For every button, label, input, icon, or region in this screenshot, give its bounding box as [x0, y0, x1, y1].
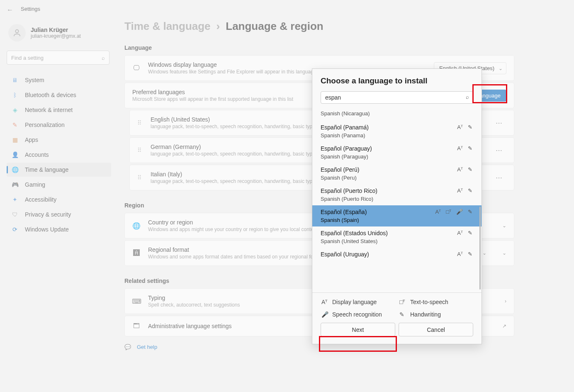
- drag-handle-icon[interactable]: ⠿: [137, 119, 143, 126]
- search-placeholder: Find a setting: [11, 55, 44, 61]
- legend-speech: 🎤Speech recognition: [321, 311, 394, 318]
- lang-feature-icon: □ᵀ: [446, 209, 451, 215]
- nav-icon: ◈: [12, 107, 18, 113]
- nav-label: Privacy & security: [25, 211, 71, 218]
- lang-feature-icon: ✎: [468, 187, 472, 194]
- language-option[interactable]: Spanish (Nicaragua): [312, 107, 482, 121]
- sidebar-item-accessibility[interactable]: ✦Accessibility: [7, 192, 111, 207]
- nav-icon: ✎: [12, 122, 18, 128]
- lang-feature-icon: ✎: [468, 124, 472, 130]
- language-option[interactable]: Español (Paraguay) Spanish (Paraguay) Aᵀ…: [312, 142, 482, 163]
- nav-label: System: [25, 77, 44, 83]
- lang-secondary: Spanish (Peru): [321, 175, 473, 181]
- language-list[interactable]: Spanish (Nicaragua) Español (Panamá) Spa…: [312, 107, 482, 292]
- modal-title: Choose a language to install: [312, 69, 482, 91]
- sidebar-item-time-language[interactable]: 🌐Time & language: [7, 163, 111, 177]
- nav-icon: ✦: [12, 196, 18, 203]
- nav-label: Accessibility: [25, 196, 56, 203]
- more-button[interactable]: ⋯: [491, 145, 506, 156]
- more-button[interactable]: ⋯: [491, 172, 506, 183]
- lang-secondary: Spanish (Spain): [321, 217, 473, 223]
- breadcrumb-sep: ›: [216, 20, 220, 33]
- nav-label: Bluetooth & devices: [25, 92, 76, 98]
- nav-icon: 👤: [12, 151, 18, 158]
- language-option[interactable]: Español (España) Spanish (Spain) Aᵀ□ᵀ🎤✎: [312, 205, 482, 226]
- language-option[interactable]: Español (Estados Unidos) Spanish (United…: [312, 226, 482, 248]
- breadcrumb-current: Language & region: [226, 20, 323, 33]
- sidebar-item-accounts[interactable]: 👤Accounts: [7, 148, 111, 162]
- nav-label: Network & internet: [25, 107, 73, 113]
- lang-primary: Español (Panamá): [321, 124, 473, 131]
- language-option[interactable]: Español (Puerto Rico) Spanish (Puerto Ri…: [312, 184, 482, 205]
- next-button[interactable]: Next: [321, 323, 395, 336]
- lang-feature-icon: Aᵀ: [457, 187, 463, 194]
- highlight-add-language: [472, 84, 507, 103]
- lang-feature-icon: Aᵀ: [457, 166, 463, 173]
- sidebar-item-network-internet[interactable]: ◈Network & internet: [7, 103, 111, 117]
- lang-feature-icon: Aᵀ: [457, 251, 463, 257]
- sidebar-item-bluetooth-devices[interactable]: ᛒBluetooth & devices: [7, 88, 111, 102]
- sidebar-item-system[interactable]: 🖥System: [7, 73, 111, 87]
- lang-feature-icon: ✎: [468, 145, 472, 151]
- sidebar-item-personalization[interactable]: ✎Personalization: [7, 118, 111, 132]
- legend-tts: □ᵀText-to-speech: [399, 299, 472, 305]
- lang-feature-icon: 🎤: [456, 209, 463, 215]
- lang-feature-icon: Aᵀ: [457, 145, 463, 151]
- profile-block[interactable]: Julian Krüger julian-krueger@gmx.at: [7, 22, 111, 47]
- drag-handle-icon[interactable]: ⠿: [137, 147, 143, 153]
- lang-secondary: Spanish (Nicaragua): [321, 110, 473, 117]
- lang-feature-icon: ✎: [468, 251, 472, 257]
- legend: AᵀDisplay language □ᵀText-to-speech 🎤Spe…: [312, 292, 482, 323]
- display-icon: 🖵: [132, 64, 141, 72]
- lang-secondary: Spanish (United States): [321, 238, 473, 244]
- chevron-down-icon[interactable]: ⌄: [502, 250, 506, 256]
- sidebar-item-apps[interactable]: ▦Apps: [7, 133, 111, 147]
- text-to-speech-icon: □ᵀ: [399, 299, 406, 305]
- speech-recognition-icon: 🎤: [321, 311, 328, 318]
- nav-icon: ⟳: [12, 226, 18, 233]
- format-icon: 🅰: [132, 249, 141, 257]
- display-language-icon: Aᵀ: [321, 299, 328, 305]
- language-option[interactable]: Español (Uruguay) Aᵀ✎: [312, 248, 482, 261]
- external-link-icon: ↗: [502, 323, 506, 329]
- nav-label: Personalization: [25, 122, 65, 128]
- back-button[interactable]: ←: [7, 6, 12, 12]
- nav-label: Windows Update: [25, 226, 69, 233]
- section-language: Language: [124, 44, 514, 51]
- language-option[interactable]: Español (Panamá) Spanish (Panama) Aᵀ✎: [312, 121, 482, 142]
- breadcrumb-parent[interactable]: Time & language: [124, 20, 211, 33]
- lang-feature-icon: ✎: [468, 209, 472, 215]
- cancel-button[interactable]: Cancel: [399, 323, 473, 336]
- lang-feature-icon: Aᵀ: [435, 209, 441, 215]
- language-search-input[interactable]: [321, 91, 473, 104]
- sidebar-item-gaming[interactable]: 🎮Gaming: [7, 178, 111, 192]
- profile-name: Julian Krüger: [31, 27, 81, 33]
- search-input[interactable]: Find a setting ⌕: [7, 51, 109, 65]
- nav-icon: ᛒ: [12, 92, 18, 98]
- lang-feature-icon: ✎: [468, 230, 472, 236]
- lang-primary: Español (Uruguay): [321, 251, 473, 258]
- lang-secondary: Spanish (Panama): [321, 132, 473, 139]
- sidebar-item-privacy-security[interactable]: 🛡Privacy & security: [7, 207, 111, 222]
- lang-feature-icon: Aᵀ: [457, 230, 463, 236]
- nav-icon: 🌐: [12, 166, 18, 173]
- lang-primary: Español (Estados Unidos): [321, 230, 473, 236]
- admin-icon: 🗔: [132, 322, 141, 330]
- language-option[interactable]: Español (Perú) Spanish (Peru) Aᵀ✎: [312, 163, 482, 184]
- nav-icon: 🖥: [12, 77, 18, 83]
- app-title: Settings: [21, 6, 40, 12]
- chevron-down-icon[interactable]: ⌄: [482, 250, 486, 256]
- avatar: [8, 24, 26, 41]
- lang-feature-icon: ✎: [468, 166, 472, 173]
- drag-handle-icon[interactable]: ⠿: [137, 174, 143, 181]
- sidebar-item-windows-update[interactable]: ⟳Windows Update: [7, 222, 111, 236]
- legend-display: AᵀDisplay language: [321, 299, 394, 305]
- profile-email: julian-krueger@gmx.at: [31, 33, 81, 39]
- scrollbar[interactable]: [479, 207, 481, 290]
- keyboard-icon: ⌨: [132, 297, 141, 305]
- lang-feature-icon: Aᵀ: [457, 124, 463, 130]
- more-button[interactable]: ⋯: [491, 117, 506, 129]
- chevron-down-icon[interactable]: ⌄: [502, 223, 506, 229]
- sidebar: Julian Krüger julian-krueger@gmx.at Find…: [7, 22, 111, 236]
- help-icon: 💬: [124, 344, 131, 350]
